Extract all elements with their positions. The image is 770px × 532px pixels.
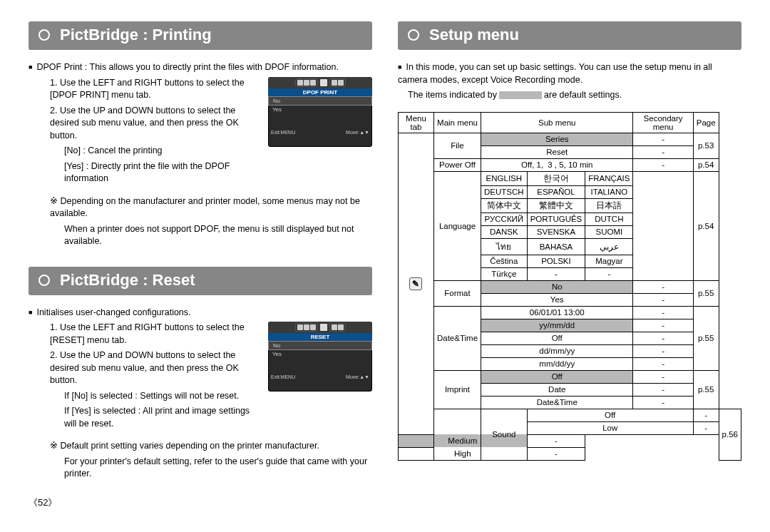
setup-tab-icon: ✎ bbox=[409, 277, 422, 290]
dpof-note-1: Depending on the manufacturer and printe… bbox=[50, 195, 372, 220]
page-number: 《52》 bbox=[29, 496, 372, 509]
reset-no: If [No] is selected : Settings will not … bbox=[64, 390, 261, 403]
dpof-yes: [Yes] : Directly print the file with the… bbox=[64, 160, 261, 185]
main-language: Language bbox=[433, 171, 481, 280]
sub-poweroff: Off, 1, 3, 5, 10 min bbox=[481, 158, 633, 171]
reset-icon bbox=[320, 324, 327, 331]
main-format: Format bbox=[433, 280, 481, 306]
setup-legend: The items indicated byare default settin… bbox=[408, 89, 741, 102]
reset-step-2: Use the UP and DOWN buttons to select th… bbox=[50, 349, 261, 387]
mock-row-yes: Yes bbox=[268, 106, 372, 113]
dpof-step-2: Use the UP and DOWN buttons to select th… bbox=[50, 105, 261, 143]
legend-highlight-box bbox=[499, 91, 542, 99]
menutab-cell: ✎ bbox=[399, 133, 434, 434]
mock-reset-no: No bbox=[268, 341, 372, 350]
dpof-no: [No] : Cancel the printing bbox=[64, 145, 261, 158]
main-imprint: Imprint bbox=[433, 370, 481, 409]
main-datetime: Date&Time bbox=[433, 306, 481, 370]
camera-menu-mock-reset: RESET No Yes Exit:MENUMove:▲▼ bbox=[268, 322, 372, 392]
setup-intro: In this mode, you can set up basic setti… bbox=[398, 61, 741, 86]
heading-setup-menu: Setup menu bbox=[398, 21, 741, 50]
dpof-note-2: When a printer does not support DPOF, th… bbox=[64, 223, 372, 248]
mock-row-no: No bbox=[268, 96, 372, 106]
reset-note-2: For your printer's default setting, refe… bbox=[64, 456, 372, 481]
dpof-intro: DPOF Print : This allows you to directly… bbox=[29, 61, 372, 74]
printer-icon bbox=[320, 79, 327, 86]
mock-title-dpof: DPOF PRINT bbox=[268, 88, 372, 96]
reset-note-1: Default print setting varies depending o… bbox=[50, 440, 372, 453]
table-header: Menu tab Main menu Sub menu Secondary me… bbox=[399, 112, 741, 133]
setup-menu-table: Menu tab Main menu Sub menu Secondary me… bbox=[398, 112, 741, 461]
mock-title-reset: RESET bbox=[268, 333, 372, 341]
reset-step-1: Use the LEFT and RIGHT buttons to select… bbox=[50, 322, 261, 347]
heading-pictbridge-printing: PictBridge : Printing bbox=[29, 21, 372, 50]
sub-file-series: Series bbox=[481, 133, 633, 145]
reset-intro: Initialises user-changed configurations. bbox=[29, 307, 372, 319]
camera-menu-mock-dpof: DPOF PRINT No Yes Exit:MENUMove:▲▼ bbox=[268, 77, 372, 147]
reset-yes: If [Yes] is selected : All print and ima… bbox=[64, 405, 261, 430]
main-poweroff: Power Off bbox=[433, 158, 481, 171]
mock-reset-yes: Yes bbox=[268, 350, 372, 358]
main-file: File bbox=[433, 133, 481, 158]
heading-pictbridge-reset: PictBridge : Reset bbox=[29, 267, 372, 295]
sub-file-reset: Reset bbox=[481, 145, 633, 158]
dpof-step-1: Use the LEFT and RIGHT buttons to select… bbox=[50, 77, 261, 102]
